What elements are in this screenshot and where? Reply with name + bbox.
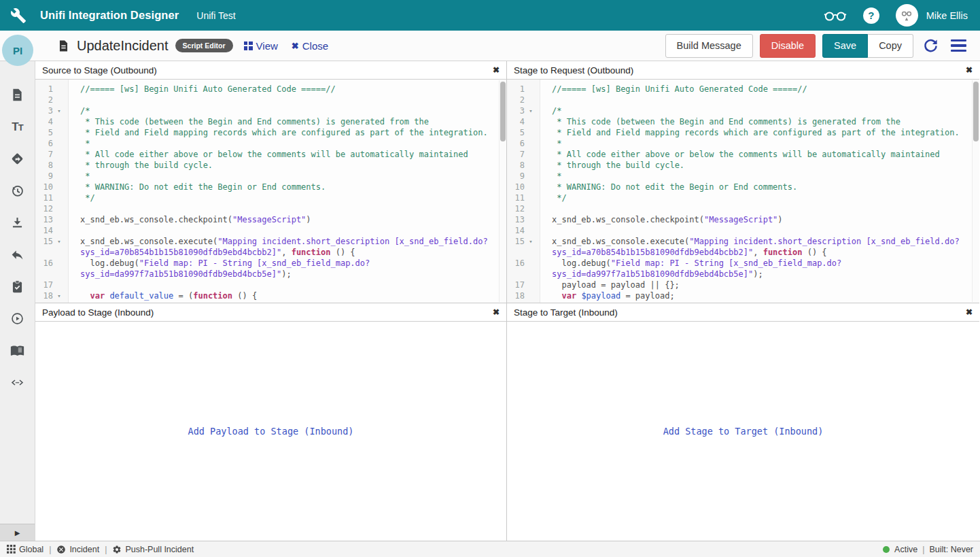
line-number: 11 — [507, 192, 525, 203]
help-icon: ? — [868, 10, 874, 21]
add-stage-to-target-link[interactable]: Add Stage to Target (Inbound) — [663, 426, 824, 437]
fold-arrow-icon[interactable]: ▾ — [53, 290, 65, 301]
code-text: * through the build cycle. — [68, 160, 506, 171]
line-number: 1 — [507, 84, 525, 95]
app-title: Unifi Integration Designer — [40, 9, 179, 22]
code-text: * This code (between the Begin and End c… — [68, 116, 506, 127]
panel-payload-to-stage: Payload to Stage (Inbound) ✖ Add Payload… — [35, 303, 507, 541]
code-text: log.debug("Field map: PI - String [x_snd… — [68, 258, 506, 280]
line-number: 6 — [35, 138, 53, 149]
status-bar: Global | Incident | Push-Pull Incident A… — [0, 541, 980, 557]
panel-close-icon[interactable]: ✖ — [966, 65, 973, 75]
sidebar-item-play[interactable] — [0, 303, 35, 335]
fold-arrow-icon — [53, 192, 65, 203]
fold-arrow-icon — [53, 116, 65, 127]
separator: | — [105, 545, 107, 554]
grid-view-icon — [244, 41, 253, 50]
code-line: 4 * This code (between the Begin and End… — [507, 116, 979, 127]
record-title: UpdateIncident — [77, 38, 169, 54]
code-line: 11 */ — [35, 192, 506, 203]
code-editor-stage-to-request[interactable]: 1//===== [ws] Begin Unifi Auto Generated… — [507, 80, 979, 303]
save-button[interactable]: Save — [822, 34, 868, 58]
sidebar-item-knowledge[interactable] — [0, 335, 35, 367]
sidebar-item-reply[interactable] — [0, 239, 35, 271]
code-line: 16 log.debug("Field map: PI - String [x_… — [35, 258, 506, 280]
code-line: 6 * — [35, 138, 506, 149]
code-text: * This code (between the Begin and End c… — [540, 116, 979, 127]
line-number: 14 — [35, 225, 53, 236]
code-tags-icon — [10, 375, 24, 390]
fold-arrow-icon[interactable]: ▾ — [525, 105, 537, 116]
refresh-button[interactable] — [920, 38, 941, 54]
line-number: 9 — [507, 171, 525, 182]
download-icon — [10, 216, 24, 230]
close-link[interactable]: ✖ Close — [292, 40, 328, 52]
sidebar-item-history[interactable] — [0, 175, 35, 207]
sidebar-item-directions[interactable] — [0, 143, 35, 175]
editor-scrollbar[interactable] — [499, 80, 506, 302]
code-line: 9 * — [507, 171, 979, 182]
code-line: 11 */ — [507, 192, 979, 203]
help-button[interactable]: ? — [863, 7, 879, 24]
code-text: var $payload = payload; — [540, 290, 979, 301]
fold-arrow-icon[interactable]: ▾ — [53, 105, 65, 116]
line-number: 15 — [507, 236, 525, 258]
copy-button[interactable]: Copy — [868, 34, 913, 58]
integration-indicator: Incident — [56, 545, 99, 554]
panel-close-icon[interactable]: ✖ — [493, 65, 500, 75]
fold-arrow-icon — [53, 138, 65, 149]
add-payload-to-stage-link[interactable]: Add Payload to Stage (Inbound) — [188, 426, 354, 437]
line-number: 16 — [507, 258, 525, 280]
line-number: 3 — [507, 105, 525, 116]
line-number: 17 — [507, 280, 525, 290]
code-line: 5 * Field and Field mapping records whic… — [507, 127, 979, 138]
scrollbar-thumb[interactable] — [973, 82, 979, 141]
code-editor-source-to-stage[interactable]: 1//===== [ws] Begin Unifi Auto Generated… — [35, 80, 506, 303]
clipboard-check-icon — [10, 280, 24, 294]
user-name[interactable]: Mike Ellis — [926, 10, 968, 21]
line-number: 10 — [35, 182, 53, 192]
active-status-icon — [883, 546, 890, 553]
process-avatar[interactable]: PI — [2, 35, 33, 66]
line-number: 17 — [35, 280, 53, 290]
fold-arrow-icon[interactable]: ▾ — [53, 236, 65, 258]
code-text: * — [68, 171, 506, 182]
line-number: 14 — [507, 225, 525, 236]
panel-close-icon[interactable]: ✖ — [493, 307, 500, 317]
sidebar-item-tasks[interactable] — [0, 271, 35, 303]
reply-arrow-icon — [10, 248, 24, 262]
code-line: 7 * All code either above or below the c… — [507, 149, 979, 160]
line-number: 8 — [35, 160, 53, 171]
code-text — [540, 95, 979, 105]
menu-button[interactable] — [948, 39, 969, 52]
scrollbar-thumb[interactable] — [500, 82, 506, 141]
document-icon — [57, 39, 70, 52]
sidebar-item-document[interactable] — [0, 79, 35, 111]
line-number: 6 — [507, 138, 525, 149]
code-text: var default_value = (function () { — [68, 290, 506, 301]
fold-arrow-icon — [525, 171, 537, 182]
user-avatar[interactable] — [896, 4, 918, 27]
disable-button[interactable]: Disable — [760, 34, 816, 58]
sidebar-item-code[interactable] — [0, 367, 35, 399]
sidebar-item-text-format[interactable]: TT — [0, 111, 35, 143]
view-link[interactable]: View — [244, 40, 278, 52]
preview-glasses-icon[interactable] — [824, 8, 847, 22]
close-x-icon: ✖ — [292, 41, 299, 51]
panel-title: Stage to Target (Inbound) — [514, 307, 618, 318]
sidebar-item-download[interactable] — [0, 207, 35, 239]
fold-arrow-icon — [53, 280, 65, 290]
app-subtitle[interactable]: Unifi Test — [196, 10, 235, 21]
line-number: 7 — [35, 149, 53, 160]
sidebar-collapse-toggle[interactable]: ▶ — [0, 524, 35, 541]
build-message-button[interactable]: Build Message — [665, 34, 753, 58]
fold-arrow-icon[interactable]: ▾ — [525, 236, 537, 258]
editor-scrollbar[interactable] — [972, 80, 979, 302]
code-line: 15▾x_snd_eb.ws_console.execute("Mapping … — [35, 236, 506, 258]
fold-arrow-icon — [53, 182, 65, 192]
line-number: 5 — [35, 127, 53, 138]
panel-close-icon[interactable]: ✖ — [966, 307, 973, 317]
panel-header: Payload to Stage (Inbound) ✖ — [35, 303, 506, 322]
fold-arrow-icon — [53, 225, 65, 236]
code-line: 2 — [35, 95, 506, 105]
